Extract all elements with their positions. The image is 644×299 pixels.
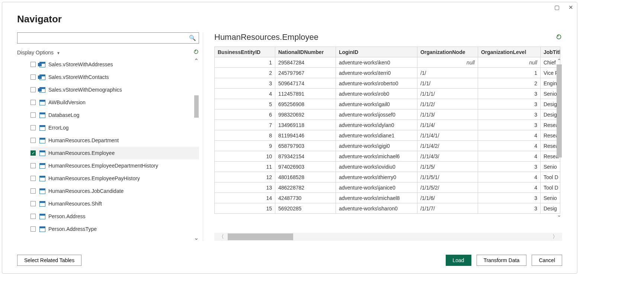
table-cell[interactable]: /1/1/6/ — [417, 193, 478, 203]
table-cell[interactable]: /1/1/4/2/ — [417, 141, 478, 151]
preview-refresh-icon[interactable] — [555, 34, 562, 41]
table-cell[interactable]: 9 — [215, 141, 275, 151]
table-row[interactable]: 4112457891adventure-works\rob0/1/1/1/3Se… — [215, 89, 560, 99]
search-icon[interactable]: 🔍 — [189, 35, 196, 41]
table-cell[interactable]: 295847284 — [275, 57, 336, 68]
search-input[interactable] — [17, 32, 199, 44]
table-row[interactable]: 1295847284adventure-works\ken0nullnullCh… — [215, 57, 560, 68]
table-cell[interactable]: /1/1/4/ — [417, 120, 478, 130]
table-cell[interactable]: 3 — [478, 99, 540, 109]
table-cell[interactable]: /1/1/5/2/ — [417, 182, 478, 193]
close-icon[interactable]: ✕ — [568, 4, 573, 10]
tree-item[interactable]: Person.AddressType — [31, 223, 199, 235]
select-related-tables-button[interactable]: Select Related Tables — [17, 255, 81, 266]
scroll-right-icon[interactable]: 〉 — [552, 233, 558, 240]
table-cell[interactable]: 695256908 — [275, 99, 336, 109]
table-row[interactable]: 11974026903adventure-works\ovidiu0/1/1/5… — [215, 162, 560, 172]
table-row[interactable]: 5695256908adventure-works\gail0/1/1/2/3D… — [215, 99, 560, 109]
column-header[interactable]: NationalIDNumber — [275, 47, 336, 57]
table-row[interactable]: 9658797903adventure-works\gigi0/1/1/4/2/… — [215, 141, 560, 151]
column-header[interactable]: OrganizationLevel — [478, 47, 540, 57]
checkbox[interactable] — [31, 163, 36, 168]
table-cell[interactable]: 245797967 — [275, 68, 336, 78]
tree-item[interactable]: HumanResources.EmployeePayHistory — [31, 172, 199, 185]
tree-item[interactable]: AWBuildVersion — [31, 96, 199, 109]
table-cell[interactable]: adventure-works\ovidiu0 — [336, 162, 417, 172]
table-cell[interactable]: 13 — [215, 182, 275, 193]
table-cell[interactable]: /1/1/ — [417, 78, 478, 89]
table-cell[interactable]: 486228782 — [275, 182, 336, 193]
tree-item[interactable]: ✓HumanResources.Employee — [31, 147, 199, 159]
table-cell[interactable]: adventure-works\michael8 — [336, 193, 417, 203]
table-cell[interactable]: 3 — [478, 203, 540, 214]
table-cell[interactable]: 3 — [215, 78, 275, 89]
scroll-thumb[interactable] — [194, 95, 199, 118]
table-cell[interactable]: 509647174 — [275, 78, 336, 89]
table-cell[interactable]: adventure-works\roberto0 — [336, 78, 417, 89]
tree-item[interactable]: Sales.vStoreWithAddresses — [31, 58, 199, 71]
table-cell[interactable]: 12 — [215, 172, 275, 182]
table-cell[interactable]: 3 — [478, 120, 540, 130]
table-cell[interactable]: 4 — [478, 172, 540, 182]
table-cell[interactable]: /1/ — [417, 68, 478, 78]
table-cell[interactable]: /1/1/1/ — [417, 89, 478, 99]
tree-item[interactable]: Sales.vStoreWithDemographics — [31, 83, 199, 96]
table-cell[interactable]: /1/1/4/1/ — [417, 130, 478, 141]
load-button[interactable]: Load — [446, 255, 471, 266]
table-cell[interactable]: /1/1/7/ — [417, 203, 478, 214]
table-cell[interactable]: adventure-works\diane1 — [336, 130, 417, 141]
table-row[interactable]: 1556920285adventure-works\sharon0/1/1/7/… — [215, 203, 560, 214]
table-cell[interactable]: 4 — [478, 182, 540, 193]
table-cell[interactable]: adventure-works\dylan0 — [336, 120, 417, 130]
tree-item[interactable]: Person.Address — [31, 210, 199, 223]
checkbox[interactable] — [31, 74, 36, 80]
table-cell[interactable]: adventure-works\gail0 — [336, 99, 417, 109]
table-cell[interactable]: adventure-works\sharon0 — [336, 203, 417, 214]
tree-item[interactable]: HumanResources.Shift — [31, 197, 199, 210]
checkbox[interactable] — [31, 201, 36, 206]
cancel-button[interactable]: Cancel — [532, 255, 562, 266]
table-cell[interactable]: 15 — [215, 203, 275, 214]
tree-item[interactable]: Sales.vStoreWithContacts — [31, 71, 199, 83]
table-cell[interactable]: 8 — [215, 130, 275, 141]
table-cell[interactable]: /1/1/3/ — [417, 109, 478, 120]
table-cell[interactable]: 811994146 — [275, 130, 336, 141]
checkbox[interactable] — [31, 226, 36, 232]
table-cell[interactable]: 42487730 — [275, 193, 336, 203]
table-row[interactable]: 13486228782adventure-works\janice0/1/1/5… — [215, 182, 560, 193]
table-cell[interactable]: 6 — [215, 109, 275, 120]
table-cell[interactable]: 4 — [478, 151, 540, 162]
table-cell[interactable]: 11 — [215, 162, 275, 172]
table-cell[interactable]: 2 — [478, 78, 540, 89]
tree-item[interactable]: HumanResources.JobCandidate — [31, 185, 199, 197]
scroll-up-icon[interactable]: ⌃ — [557, 58, 561, 64]
checkbox[interactable] — [31, 112, 36, 118]
grid-vertical-scrollbar[interactable]: ⌃ ⌄ — [556, 58, 562, 218]
table-cell[interactable]: 4 — [478, 130, 540, 141]
preview-grid[interactable]: BusinessEntityIDNationalIDNumberLoginIDO… — [214, 47, 560, 214]
checkbox[interactable] — [31, 188, 36, 194]
table-cell[interactable]: 7 — [215, 120, 275, 130]
table-row[interactable]: 7134969118adventure-works\dylan0/1/1/4/3… — [215, 120, 560, 130]
checkbox[interactable] — [31, 87, 36, 92]
refresh-icon[interactable] — [193, 49, 199, 56]
table-row[interactable]: 8811994146adventure-works\diane1/1/1/4/1… — [215, 130, 560, 141]
table-row[interactable]: 10879342154adventure-works\michael6/1/1/… — [215, 151, 560, 162]
table-cell[interactable]: 14 — [215, 193, 275, 203]
table-cell[interactable]: 998320692 — [275, 109, 336, 120]
scroll-thumb[interactable] — [228, 233, 293, 240]
column-header[interactable]: OrganizationNode — [417, 47, 478, 57]
table-cell[interactable]: 56920285 — [275, 203, 336, 214]
maximize-icon[interactable]: ▢ — [554, 4, 560, 10]
table-cell[interactable]: 1 — [478, 68, 540, 78]
table-cell[interactable]: null — [417, 57, 478, 68]
table-row[interactable]: 12480168528adventure-works\thierry0/1/1/… — [215, 172, 560, 182]
column-header[interactable]: JobTitle — [540, 47, 560, 57]
checkbox[interactable] — [31, 214, 36, 219]
table-cell[interactable]: 3 — [478, 89, 540, 99]
checkbox[interactable] — [31, 62, 36, 67]
checkbox[interactable] — [31, 100, 36, 105]
scroll-up-icon[interactable]: ⌃ — [194, 58, 199, 64]
scroll-left-icon[interactable]: 〈 — [219, 233, 224, 240]
table-cell[interactable]: 3 — [478, 162, 540, 172]
